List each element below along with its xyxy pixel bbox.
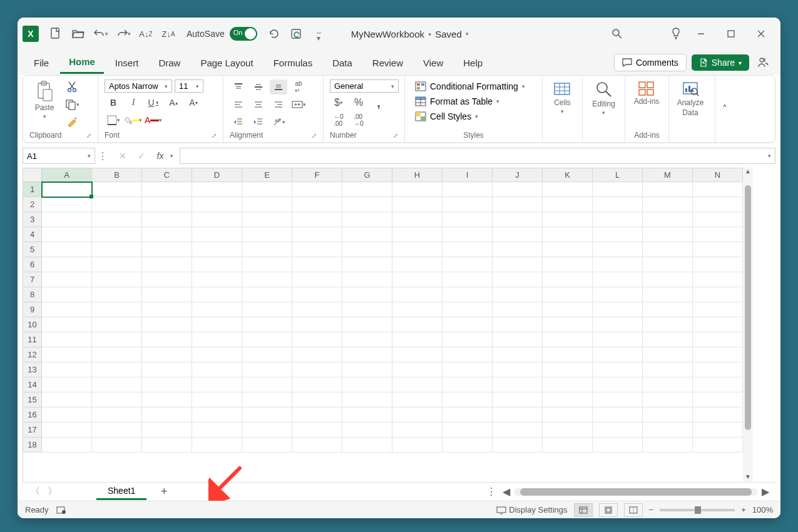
row-header[interactable]: 4 [23, 227, 42, 242]
font-size-combo[interactable]: 11▾ [175, 79, 203, 93]
cell[interactable] [342, 242, 392, 257]
share-button[interactable]: Share ▾ [692, 54, 749, 71]
cell[interactable] [92, 317, 142, 332]
fill-color-button[interactable]: ▾ [125, 113, 142, 128]
column-header[interactable]: C [142, 168, 192, 182]
cell[interactable] [493, 302, 543, 317]
cell[interactable] [242, 182, 292, 197]
cell[interactable] [493, 257, 543, 272]
cell[interactable] [593, 407, 643, 422]
cell[interactable] [292, 392, 342, 407]
cell[interactable] [493, 227, 543, 242]
cell[interactable] [593, 317, 643, 332]
zoom-in-button[interactable]: + [741, 505, 746, 514]
cell[interactable] [442, 437, 493, 453]
alignment-dialog-launcher[interactable]: ⤢ [312, 132, 317, 139]
cell[interactable] [593, 257, 643, 272]
sheet-prev-button[interactable]: 〈 [30, 485, 40, 498]
hscroll-right-button[interactable]: ▶ [762, 486, 769, 498]
cell[interactable] [643, 212, 693, 227]
cell[interactable] [42, 377, 92, 392]
cell[interactable] [693, 212, 743, 227]
cell[interactable] [192, 347, 242, 362]
cell[interactable] [292, 407, 342, 422]
sheet-menu-button[interactable]: ⋮ [486, 486, 496, 498]
increase-indent-button[interactable] [250, 115, 267, 130]
cell[interactable] [292, 317, 342, 332]
row-header[interactable]: 3 [23, 212, 42, 227]
cell[interactable] [242, 437, 292, 453]
undo-button[interactable]: ▾ [91, 24, 110, 43]
cell[interactable] [292, 272, 342, 287]
enter-formula-button[interactable]: ✓ [133, 148, 150, 163]
tab-draw[interactable]: Draw [150, 53, 189, 73]
cell[interactable] [142, 257, 192, 272]
cell[interactable] [142, 227, 192, 242]
cell[interactable] [342, 362, 392, 377]
row-header[interactable]: 10 [23, 317, 42, 332]
cell[interactable] [643, 242, 693, 257]
tab-file[interactable]: File [25, 53, 58, 73]
cell[interactable] [92, 257, 142, 272]
cell[interactable] [192, 182, 242, 197]
cell[interactable] [92, 227, 142, 242]
cell[interactable] [142, 242, 192, 257]
cell[interactable] [493, 437, 543, 453]
cell[interactable] [292, 287, 342, 302]
font-color-button[interactable]: A▾ [145, 113, 162, 128]
cell[interactable] [442, 302, 493, 317]
cell[interactable] [693, 287, 743, 302]
cell[interactable] [392, 347, 442, 362]
cell[interactable] [593, 227, 643, 242]
row-header[interactable]: 1 [23, 182, 42, 197]
cell[interactable] [342, 422, 392, 437]
cell[interactable] [543, 332, 593, 347]
cell[interactable] [693, 332, 743, 347]
cell[interactable] [442, 422, 493, 437]
cell[interactable] [693, 197, 743, 212]
cell[interactable] [42, 362, 92, 377]
cell[interactable] [392, 227, 442, 242]
cell[interactable] [342, 407, 392, 422]
cell[interactable] [292, 347, 342, 362]
cell[interactable] [292, 422, 342, 437]
cell[interactable] [392, 362, 442, 377]
cell[interactable] [392, 407, 442, 422]
cell[interactable] [643, 272, 693, 287]
cell[interactable] [242, 362, 292, 377]
autosave-toggle[interactable]: On [230, 27, 257, 41]
cell[interactable] [442, 197, 493, 212]
cell[interactable] [543, 407, 593, 422]
merge-center-button[interactable]: ▾ [290, 97, 307, 112]
cells-button[interactable]: Cells▾ [549, 79, 576, 115]
cell[interactable] [543, 362, 593, 377]
row-header[interactable]: 2 [23, 197, 42, 212]
cell[interactable] [643, 227, 693, 242]
cell[interactable] [493, 287, 543, 302]
cell[interactable] [292, 257, 342, 272]
cell[interactable] [192, 437, 242, 453]
page-break-view-button[interactable] [624, 503, 643, 517]
cell[interactable] [292, 302, 342, 317]
cell[interactable] [442, 377, 493, 392]
tab-view[interactable]: View [414, 53, 452, 73]
cell[interactable] [643, 392, 693, 407]
cell[interactable] [192, 212, 242, 227]
cell[interactable] [593, 392, 643, 407]
align-bottom-button[interactable] [270, 79, 287, 95]
cell[interactable] [192, 377, 242, 392]
cell[interactable] [342, 347, 392, 362]
cell[interactable] [392, 197, 442, 212]
cell[interactable] [643, 422, 693, 437]
cell[interactable] [92, 272, 142, 287]
column-header[interactable]: A [42, 168, 92, 182]
column-header[interactable]: B [92, 168, 142, 182]
cell[interactable] [442, 407, 493, 422]
horizontal-scrollbar[interactable] [514, 488, 758, 496]
bold-button[interactable]: B [105, 95, 122, 110]
cell[interactable] [392, 317, 442, 332]
align-right-button[interactable] [270, 97, 287, 112]
column-header[interactable]: M [643, 168, 693, 182]
cell[interactable] [593, 437, 643, 453]
cell[interactable] [442, 257, 493, 272]
